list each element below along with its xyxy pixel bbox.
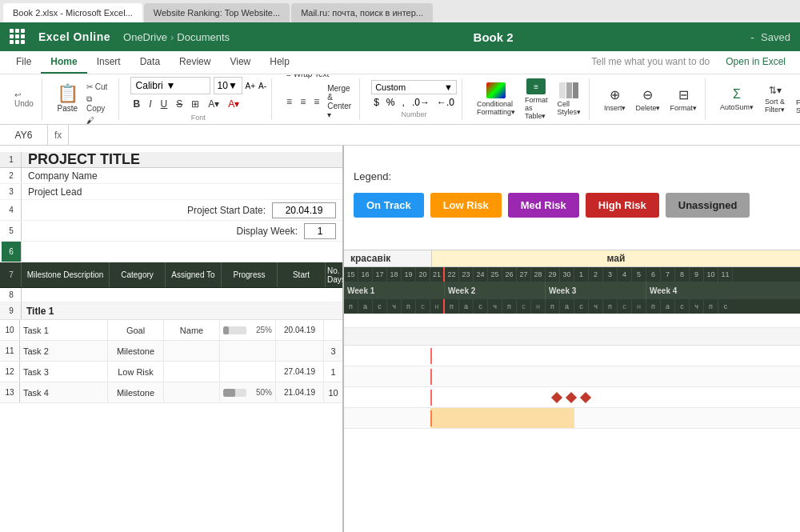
wrap-text-button[interactable]: ≡ Wrap Text bbox=[283, 74, 332, 80]
align-center-button[interactable]: ≡ bbox=[297, 94, 309, 109]
strikethrough-button[interactable]: S bbox=[173, 97, 186, 111]
format-cells-button[interactable]: ⊟Format▾ bbox=[666, 86, 700, 114]
row-num-7: 7 bbox=[2, 262, 22, 287]
tab-file[interactable]: File bbox=[6, 51, 41, 74]
align-right-button[interactable]: ≡ bbox=[310, 94, 322, 109]
gantt-row bbox=[344, 408, 800, 429]
ribbon: File Home Insert Data Review View Help T… bbox=[0, 51, 800, 125]
right-panel: Legend: On Track Low Risk Med Risk High … bbox=[344, 146, 800, 532]
col-header-days: No. Days bbox=[326, 262, 344, 287]
undo-button[interactable]: ↩ Undo bbox=[13, 89, 35, 110]
currency-button[interactable]: $ bbox=[371, 96, 382, 109]
alignment-group: ≡ Wrap Text ≡ ≡ ≡ Merge & Center ▾ Align… bbox=[278, 78, 360, 120]
open-in-excel-button[interactable]: Open in Excel bbox=[718, 51, 794, 74]
gantt-row bbox=[344, 346, 800, 366]
delete-cells-button[interactable]: ⊖Delete▾ bbox=[632, 86, 663, 114]
diamond bbox=[580, 391, 591, 402]
table-row: 10 Task 1 Goal Name 25% 20.04.19 bbox=[0, 320, 342, 341]
high-risk-badge[interactable]: High Risk bbox=[586, 193, 659, 218]
format-painter-button[interactable]: 🖌 Format Painter bbox=[85, 115, 114, 124]
month-krasavik: красавік bbox=[344, 250, 432, 266]
file-title: Book 2 bbox=[474, 30, 514, 44]
tab-help[interactable]: Help bbox=[260, 51, 299, 74]
gantt-row bbox=[344, 328, 800, 346]
app-title-bar: Excel Online OneDrive › Documents Book 2… bbox=[0, 22, 800, 51]
alignment-group-label: Alignment bbox=[283, 123, 354, 125]
autosum-button[interactable]: ΣAutoSum▾ bbox=[717, 86, 757, 113]
cells-group: ⊕Insert▾ ⊖Delete▾ ⊟Format▾ bbox=[596, 78, 706, 120]
conditional-formatting-button[interactable]: ConditionalFormatting▾ bbox=[474, 81, 518, 118]
col-header-progress: Progress bbox=[222, 262, 278, 287]
cell-styles-button[interactable]: CellStyles▾ bbox=[554, 81, 584, 118]
cut-button[interactable]: ✂ Cut bbox=[85, 82, 114, 92]
tab-home[interactable]: Home bbox=[41, 51, 86, 74]
row-num-3: 3 bbox=[2, 184, 22, 199]
decrease-decimal-button[interactable]: ←.0 bbox=[434, 96, 457, 109]
italic-button[interactable]: I bbox=[146, 97, 154, 111]
percent-button[interactable]: % bbox=[384, 96, 398, 109]
gantt-area: красавік май 15 16 17 18 19 20 21 22 23 … bbox=[344, 250, 800, 429]
tab-mail[interactable]: Mail.ru: почта, поиск в интер... bbox=[291, 3, 433, 22]
start-date-value[interactable]: 20.04.19 bbox=[272, 202, 336, 218]
bold-button[interactable]: B bbox=[130, 97, 144, 111]
display-week-value[interactable]: 1 bbox=[304, 223, 336, 239]
font-group: Calibri ▼ 10 ▼ A+ A- B I U S ⊞ A▾ A▾ Fon… bbox=[126, 78, 273, 120]
table-row: 13 Task 4 Milestone 50% 21.04.19 10 bbox=[0, 382, 342, 403]
tab-view[interactable]: View bbox=[220, 51, 260, 74]
borders-button[interactable]: ⊞ bbox=[188, 97, 202, 111]
underline-button[interactable]: U bbox=[158, 97, 171, 111]
font-name-selector[interactable]: Calibri ▼ bbox=[130, 77, 210, 94]
copy-button[interactable]: ⧉ Copy bbox=[85, 94, 114, 114]
month-may: май bbox=[432, 250, 800, 266]
gantt-days-row: 15 16 17 18 19 20 21 22 23 24 25 26 27 2… bbox=[344, 267, 800, 282]
tab-insert[interactable]: Insert bbox=[87, 51, 130, 74]
cell-reference[interactable]: AY6 bbox=[0, 125, 48, 145]
left-panel: 1 PROJECT TITLE 2 Company Name 3 Project… bbox=[0, 146, 344, 532]
row-num-6: 6 bbox=[2, 242, 22, 262]
number-group: Custom ▼ $ % , .0→ ←.0 Number bbox=[366, 78, 462, 120]
unassigned-badge[interactable]: Unassigned bbox=[666, 193, 750, 218]
number-format-selector[interactable]: Custom ▼ bbox=[371, 80, 457, 94]
project-title: PROJECT TITLE bbox=[22, 151, 146, 168]
breadcrumb[interactable]: OneDrive › Documents bbox=[123, 31, 230, 43]
fill-color-button[interactable]: A▾ bbox=[205, 97, 222, 111]
font-color-button[interactable]: A▾ bbox=[225, 97, 242, 111]
format-as-table-button[interactable]: ≡ Formatas Table▾ bbox=[522, 77, 551, 122]
browser-tabs-bar: Book 2.xlsx - Microsoft Excel... Website… bbox=[0, 0, 800, 22]
gantt-weeks-row: Week 1 Week 2 Week 3 Week 4 bbox=[344, 282, 800, 299]
row-num-2: 2 bbox=[2, 168, 22, 183]
paste-button[interactable]: 📋 Paste bbox=[54, 82, 82, 114]
font-size-selector[interactable]: 10 ▼ bbox=[214, 77, 242, 94]
col-header-assigned: Assigned To bbox=[166, 262, 222, 287]
increase-decimal-button[interactable]: .0→ bbox=[410, 96, 432, 109]
gantt-row bbox=[344, 387, 800, 408]
decrease-font-button[interactable]: A- bbox=[258, 82, 266, 90]
tab-data[interactable]: Data bbox=[130, 51, 170, 74]
editing-group: ΣAutoSum▾ ⇅▾Sort &Filter▾ 🔍Find &Select▾ bbox=[712, 78, 800, 120]
col-header-start: Start bbox=[278, 262, 326, 287]
insert-cells-button[interactable]: ⊕Insert▾ bbox=[601, 86, 630, 114]
med-risk-badge[interactable]: Med Risk bbox=[508, 193, 579, 218]
row-num-5: 5 bbox=[2, 221, 22, 241]
gantt-row bbox=[344, 314, 800, 328]
find-select-button[interactable]: 🔍Find &Select▾ bbox=[793, 82, 800, 116]
ribbon-controls: ↩ Undo 📋 Paste ✂ Cut ⧉ Copy 🖌 Format Pai… bbox=[0, 74, 800, 124]
sort-filter-button[interactable]: ⇅▾Sort &Filter▾ bbox=[762, 83, 788, 115]
tab-excel[interactable]: Book 2.xlsx - Microsoft Excel... bbox=[3, 3, 142, 22]
number-group-label: Number bbox=[371, 110, 457, 118]
font-group-label: Font bbox=[130, 114, 267, 122]
comma-button[interactable]: , bbox=[400, 96, 407, 109]
low-risk-badge[interactable]: Low Risk bbox=[430, 193, 502, 218]
merge-center-button[interactable]: Merge & Center ▾ bbox=[324, 82, 354, 121]
increase-font-button[interactable]: A+ bbox=[246, 82, 256, 90]
gantt-bar bbox=[430, 408, 574, 428]
today-line bbox=[430, 369, 432, 385]
align-left-button[interactable]: ≡ bbox=[283, 94, 295, 109]
tab-website[interactable]: Website Ranking: Top Website... bbox=[144, 3, 290, 22]
ribbon-tab-bar: File Home Insert Data Review View Help T… bbox=[0, 51, 800, 74]
tell-me-input[interactable]: Tell me what you want to do bbox=[583, 51, 718, 74]
col-header-category: Category bbox=[110, 262, 166, 287]
tab-review[interactable]: Review bbox=[170, 51, 220, 74]
waffle-icon[interactable] bbox=[10, 29, 26, 45]
on-track-badge[interactable]: On Track bbox=[354, 193, 424, 218]
